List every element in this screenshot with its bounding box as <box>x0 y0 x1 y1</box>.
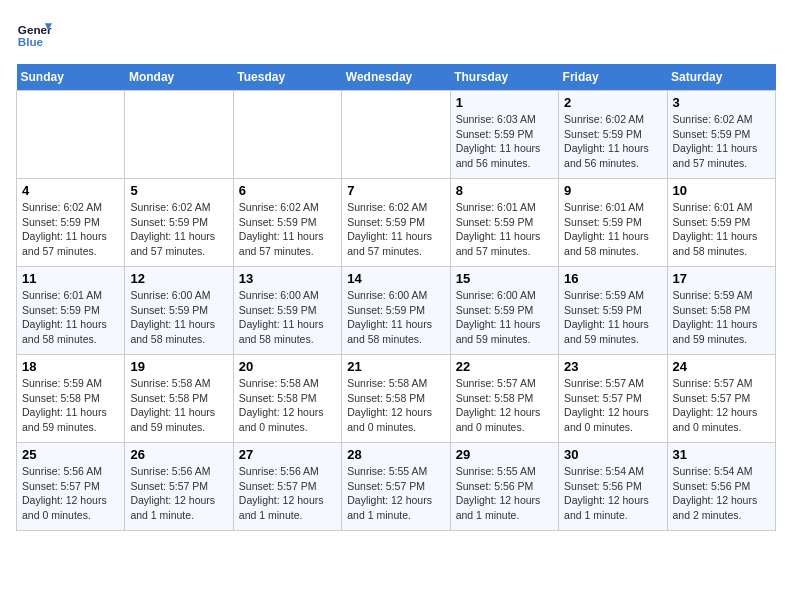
day-number: 7 <box>347 183 444 198</box>
day-info: Sunrise: 6:01 AM Sunset: 5:59 PM Dayligh… <box>456 200 553 259</box>
day-number: 18 <box>22 359 119 374</box>
day-info: Sunrise: 5:56 AM Sunset: 5:57 PM Dayligh… <box>130 464 227 523</box>
day-info: Sunrise: 6:00 AM Sunset: 5:59 PM Dayligh… <box>239 288 336 347</box>
day-number: 28 <box>347 447 444 462</box>
day-number: 5 <box>130 183 227 198</box>
day-info: Sunrise: 5:57 AM Sunset: 5:57 PM Dayligh… <box>673 376 770 435</box>
day-info: Sunrise: 5:58 AM Sunset: 5:58 PM Dayligh… <box>239 376 336 435</box>
calendar-cell: 31Sunrise: 5:54 AM Sunset: 5:56 PM Dayli… <box>667 443 775 531</box>
day-info: Sunrise: 6:02 AM Sunset: 5:59 PM Dayligh… <box>130 200 227 259</box>
day-info: Sunrise: 6:02 AM Sunset: 5:59 PM Dayligh… <box>22 200 119 259</box>
calendar-cell: 3Sunrise: 6:02 AM Sunset: 5:59 PM Daylig… <box>667 91 775 179</box>
day-number: 20 <box>239 359 336 374</box>
day-info: Sunrise: 5:57 AM Sunset: 5:58 PM Dayligh… <box>456 376 553 435</box>
day-info: Sunrise: 5:59 AM Sunset: 5:58 PM Dayligh… <box>673 288 770 347</box>
calendar-cell: 9Sunrise: 6:01 AM Sunset: 5:59 PM Daylig… <box>559 179 667 267</box>
day-number: 21 <box>347 359 444 374</box>
calendar-cell: 10Sunrise: 6:01 AM Sunset: 5:59 PM Dayli… <box>667 179 775 267</box>
day-number: 23 <box>564 359 661 374</box>
day-info: Sunrise: 5:54 AM Sunset: 5:56 PM Dayligh… <box>564 464 661 523</box>
day-number: 10 <box>673 183 770 198</box>
calendar-cell <box>233 91 341 179</box>
calendar-cell <box>17 91 125 179</box>
day-info: Sunrise: 6:01 AM Sunset: 5:59 PM Dayligh… <box>22 288 119 347</box>
day-info: Sunrise: 5:55 AM Sunset: 5:56 PM Dayligh… <box>456 464 553 523</box>
day-info: Sunrise: 5:58 AM Sunset: 5:58 PM Dayligh… <box>130 376 227 435</box>
day-info: Sunrise: 6:02 AM Sunset: 5:59 PM Dayligh… <box>673 112 770 171</box>
calendar-cell: 24Sunrise: 5:57 AM Sunset: 5:57 PM Dayli… <box>667 355 775 443</box>
day-info: Sunrise: 6:02 AM Sunset: 5:59 PM Dayligh… <box>239 200 336 259</box>
day-info: Sunrise: 6:01 AM Sunset: 5:59 PM Dayligh… <box>564 200 661 259</box>
day-info: Sunrise: 5:56 AM Sunset: 5:57 PM Dayligh… <box>239 464 336 523</box>
logo-icon: General Blue <box>16 16 52 52</box>
calendar-cell <box>342 91 450 179</box>
calendar-cell: 1Sunrise: 6:03 AM Sunset: 5:59 PM Daylig… <box>450 91 558 179</box>
calendar-cell: 15Sunrise: 6:00 AM Sunset: 5:59 PM Dayli… <box>450 267 558 355</box>
day-number: 15 <box>456 271 553 286</box>
day-number: 31 <box>673 447 770 462</box>
day-number: 1 <box>456 95 553 110</box>
day-number: 22 <box>456 359 553 374</box>
day-info: Sunrise: 5:56 AM Sunset: 5:57 PM Dayligh… <box>22 464 119 523</box>
calendar-cell: 5Sunrise: 6:02 AM Sunset: 5:59 PM Daylig… <box>125 179 233 267</box>
day-header-sunday: Sunday <box>17 64 125 91</box>
day-header-tuesday: Tuesday <box>233 64 341 91</box>
day-header-friday: Friday <box>559 64 667 91</box>
calendar-cell: 29Sunrise: 5:55 AM Sunset: 5:56 PM Dayli… <box>450 443 558 531</box>
calendar-cell: 25Sunrise: 5:56 AM Sunset: 5:57 PM Dayli… <box>17 443 125 531</box>
day-info: Sunrise: 5:58 AM Sunset: 5:58 PM Dayligh… <box>347 376 444 435</box>
calendar-cell: 7Sunrise: 6:02 AM Sunset: 5:59 PM Daylig… <box>342 179 450 267</box>
logo: General Blue <box>16 16 58 52</box>
calendar-cell: 30Sunrise: 5:54 AM Sunset: 5:56 PM Dayli… <box>559 443 667 531</box>
calendar-week-row: 1Sunrise: 6:03 AM Sunset: 5:59 PM Daylig… <box>17 91 776 179</box>
day-info: Sunrise: 6:01 AM Sunset: 5:59 PM Dayligh… <box>673 200 770 259</box>
day-number: 24 <box>673 359 770 374</box>
calendar-cell: 6Sunrise: 6:02 AM Sunset: 5:59 PM Daylig… <box>233 179 341 267</box>
calendar-cell: 27Sunrise: 5:56 AM Sunset: 5:57 PM Dayli… <box>233 443 341 531</box>
day-number: 9 <box>564 183 661 198</box>
day-info: Sunrise: 5:59 AM Sunset: 5:58 PM Dayligh… <box>22 376 119 435</box>
day-number: 26 <box>130 447 227 462</box>
calendar-week-row: 11Sunrise: 6:01 AM Sunset: 5:59 PM Dayli… <box>17 267 776 355</box>
calendar-cell: 8Sunrise: 6:01 AM Sunset: 5:59 PM Daylig… <box>450 179 558 267</box>
calendar-cell: 2Sunrise: 6:02 AM Sunset: 5:59 PM Daylig… <box>559 91 667 179</box>
calendar-cell: 4Sunrise: 6:02 AM Sunset: 5:59 PM Daylig… <box>17 179 125 267</box>
calendar-cell: 14Sunrise: 6:00 AM Sunset: 5:59 PM Dayli… <box>342 267 450 355</box>
day-number: 2 <box>564 95 661 110</box>
day-number: 6 <box>239 183 336 198</box>
day-number: 8 <box>456 183 553 198</box>
day-number: 11 <box>22 271 119 286</box>
calendar-cell: 17Sunrise: 5:59 AM Sunset: 5:58 PM Dayli… <box>667 267 775 355</box>
calendar-cell: 13Sunrise: 6:00 AM Sunset: 5:59 PM Dayli… <box>233 267 341 355</box>
calendar-week-row: 4Sunrise: 6:02 AM Sunset: 5:59 PM Daylig… <box>17 179 776 267</box>
day-header-monday: Monday <box>125 64 233 91</box>
calendar-cell: 19Sunrise: 5:58 AM Sunset: 5:58 PM Dayli… <box>125 355 233 443</box>
day-number: 17 <box>673 271 770 286</box>
day-info: Sunrise: 5:54 AM Sunset: 5:56 PM Dayligh… <box>673 464 770 523</box>
calendar-week-row: 25Sunrise: 5:56 AM Sunset: 5:57 PM Dayli… <box>17 443 776 531</box>
calendar-week-row: 18Sunrise: 5:59 AM Sunset: 5:58 PM Dayli… <box>17 355 776 443</box>
calendar-cell: 22Sunrise: 5:57 AM Sunset: 5:58 PM Dayli… <box>450 355 558 443</box>
calendar-cell: 12Sunrise: 6:00 AM Sunset: 5:59 PM Dayli… <box>125 267 233 355</box>
day-number: 4 <box>22 183 119 198</box>
day-info: Sunrise: 5:57 AM Sunset: 5:57 PM Dayligh… <box>564 376 661 435</box>
day-info: Sunrise: 6:02 AM Sunset: 5:59 PM Dayligh… <box>347 200 444 259</box>
calendar-cell: 26Sunrise: 5:56 AM Sunset: 5:57 PM Dayli… <box>125 443 233 531</box>
day-info: Sunrise: 5:59 AM Sunset: 5:59 PM Dayligh… <box>564 288 661 347</box>
day-info: Sunrise: 6:00 AM Sunset: 5:59 PM Dayligh… <box>130 288 227 347</box>
day-number: 25 <box>22 447 119 462</box>
calendar-cell <box>125 91 233 179</box>
page-header: General Blue <box>16 16 776 52</box>
calendar-cell: 11Sunrise: 6:01 AM Sunset: 5:59 PM Dayli… <box>17 267 125 355</box>
day-info: Sunrise: 6:02 AM Sunset: 5:59 PM Dayligh… <box>564 112 661 171</box>
calendar-header-row: SundayMondayTuesdayWednesdayThursdayFrid… <box>17 64 776 91</box>
day-number: 29 <box>456 447 553 462</box>
calendar-cell: 23Sunrise: 5:57 AM Sunset: 5:57 PM Dayli… <box>559 355 667 443</box>
calendar-table: SundayMondayTuesdayWednesdayThursdayFrid… <box>16 64 776 531</box>
day-number: 12 <box>130 271 227 286</box>
day-number: 19 <box>130 359 227 374</box>
calendar-cell: 18Sunrise: 5:59 AM Sunset: 5:58 PM Dayli… <box>17 355 125 443</box>
day-number: 27 <box>239 447 336 462</box>
calendar-cell: 28Sunrise: 5:55 AM Sunset: 5:57 PM Dayli… <box>342 443 450 531</box>
svg-text:Blue: Blue <box>18 35 44 48</box>
